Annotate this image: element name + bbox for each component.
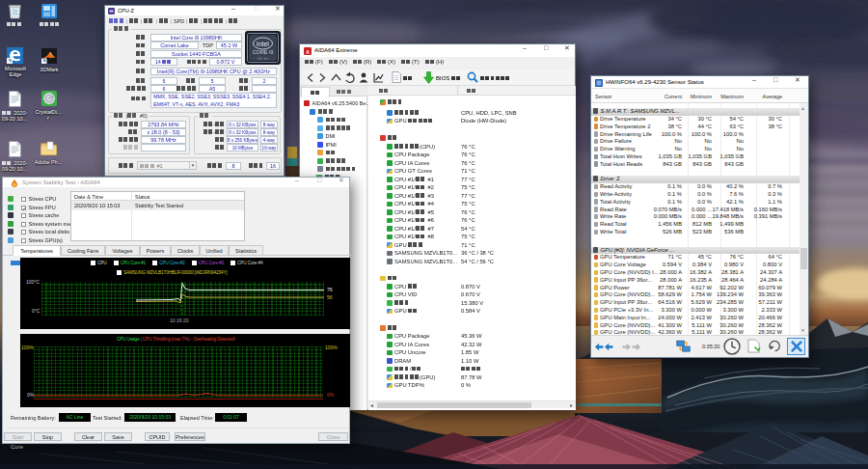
- svg-text:CORE i9: CORE i9: [253, 49, 274, 55]
- svg-text:A: A: [306, 49, 310, 55]
- svg-text:10th Gen: 10th Gen: [257, 57, 269, 61]
- svg-text:intel: intel: [257, 41, 269, 47]
